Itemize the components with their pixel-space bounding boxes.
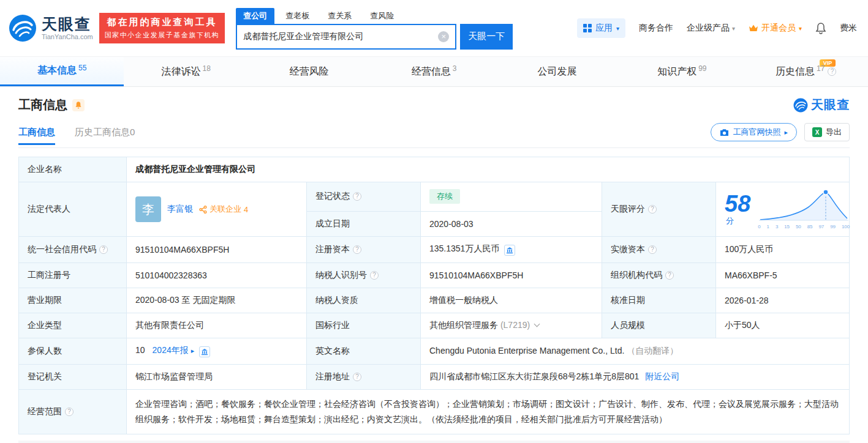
search-box: × xyxy=(236,24,456,50)
clear-search-icon[interactable]: × xyxy=(438,31,449,42)
help-icon[interactable]: ? xyxy=(99,245,108,254)
label-tianyan-score: 天眼评分? xyxy=(602,182,716,237)
help-icon[interactable]: ? xyxy=(828,67,836,76)
chevron-down-icon: ▾ xyxy=(616,25,619,32)
tab-count: 55 xyxy=(78,64,86,72)
legal-rep-avatar[interactable]: 李 xyxy=(135,196,161,222)
help-icon[interactable]: ? xyxy=(665,271,674,280)
help-icon[interactable]: ? xyxy=(648,245,657,254)
label-reg-number: 工商注册号 xyxy=(19,263,127,288)
help-icon[interactable]: ? xyxy=(353,245,361,254)
slogan-line2: 国家中小企业发展子基金旗下机构 xyxy=(105,31,220,40)
legal-rep-name-link[interactable]: 李富银 xyxy=(167,204,193,215)
chevron-down-icon: ▾ xyxy=(732,25,735,32)
subtab-history-business-info[interactable]: 历史工商信息0 xyxy=(75,127,135,138)
value-business-scope: 企业管理咨询；酒吧；餐饮服务；餐饮企业管理；社会经济咨询（不含投资咨询）；企业营… xyxy=(127,390,850,434)
label-establish-date: 成立日期 xyxy=(307,211,421,236)
tab-label: 基本信息 xyxy=(37,64,77,77)
apps-label: 应用 xyxy=(595,23,613,34)
value-paid-capital: 100万人民币 xyxy=(716,237,850,263)
label-reg-authority: 登记机关 xyxy=(19,365,127,390)
business-cooperation-link[interactable]: 商务合作 xyxy=(639,23,673,34)
label-paid-capital: 实缴资本? xyxy=(602,237,716,263)
label-company-type: 企业类型 xyxy=(19,313,127,338)
export-label: 导出 xyxy=(826,127,842,138)
score-curve xyxy=(758,189,850,223)
value-insured-count: 102024年报 ▸ xyxy=(127,338,307,365)
value-approval-date: 2026-01-28 xyxy=(716,288,850,313)
help-icon[interactable]: ? xyxy=(648,205,657,214)
chevron-down-icon: ▾ xyxy=(799,25,802,32)
subtab-business-info[interactable]: 工商信息 xyxy=(18,127,55,138)
search-tab-relation[interactable]: 查关系 xyxy=(320,8,359,24)
search-tab-boss[interactable]: 查老板 xyxy=(278,8,317,24)
label-reg-status: 登记状态? xyxy=(307,182,421,212)
user-menu[interactable]: 费米 xyxy=(840,23,857,34)
notifications-button[interactable] xyxy=(815,22,826,34)
brand-name: 天眼查 xyxy=(42,16,93,33)
row-business-term: 营业期限 2020-08-03 至 无固定期限 纳税人资质 增值税一般纳税人 核… xyxy=(19,288,850,313)
tab-operating-risk[interactable]: 经营风险 xyxy=(248,57,372,86)
tab-legal-proceedings[interactable]: 法律诉讼18 xyxy=(124,57,247,86)
value-reg-number: 510104002328363 xyxy=(127,263,307,288)
score-distribution-chart: 0131550859799100 xyxy=(758,189,850,229)
business-info-table: 企业名称 成都普托尼亚企业管理有限公司 法定代表人 李 李富银 xyxy=(18,157,850,434)
top-menu: 应用 ▾ 商务合作 企业级产品 ▾ 开通会员 ▾ 费米 xyxy=(577,18,857,38)
search-button[interactable]: 天眼一下 xyxy=(460,24,513,50)
tab-company-development[interactable]: 公司发展 xyxy=(496,57,620,86)
excel-icon: X xyxy=(812,127,822,137)
help-icon[interactable]: ? xyxy=(370,271,379,280)
tab-intellectual-property[interactable]: 知识产权99 xyxy=(620,57,744,86)
search-input[interactable] xyxy=(237,32,438,42)
bank-icon[interactable] xyxy=(199,346,210,357)
value-business-term: 2020-08-03 至 无固定期限 xyxy=(127,288,307,313)
tab-history-info[interactable]: VIP 历史信息17 ? xyxy=(744,57,868,86)
label-industry: 国标行业 xyxy=(307,313,421,338)
tab-label: 法律诉讼 xyxy=(161,65,200,78)
tab-operating-info[interactable]: 经营信息3 xyxy=(372,57,496,86)
help-icon[interactable]: ? xyxy=(353,373,361,381)
section-head: 工商信息 天眼查 xyxy=(18,97,850,113)
help-icon[interactable]: ? xyxy=(353,192,361,201)
label-insured-count: 参保人数 xyxy=(19,338,127,365)
help-icon[interactable]: ? xyxy=(65,408,74,416)
enterprise-products-link[interactable]: 企业级产品 ▾ xyxy=(687,23,735,34)
value-english-name: Chengdu Putonia Enterprise Management Co… xyxy=(421,338,850,365)
export-button[interactable]: X 导出 xyxy=(804,123,850,141)
label-reg-capital: 注册资本? xyxy=(307,237,421,263)
annual-report-link[interactable]: 2024年报 ▸ xyxy=(153,345,195,355)
tianyancha-logo[interactable]: 天眼查 TianYanCha.com xyxy=(9,14,93,42)
industry-code: (L7219) xyxy=(500,320,530,330)
related-companies-link[interactable]: 关联企业 4 xyxy=(199,204,248,215)
tab-label: 经营信息 xyxy=(412,65,451,78)
tab-basic-info[interactable]: 基本信息55 xyxy=(0,57,124,86)
label-legal-rep: 法定代表人 xyxy=(19,182,127,237)
bell-icon xyxy=(75,101,82,109)
nearby-companies-link[interactable]: 附近公司 xyxy=(645,371,679,381)
tianyancha-watermark: 天眼查 xyxy=(793,97,850,113)
vip-upgrade-link[interactable]: 开通会员 ▾ xyxy=(749,23,802,34)
grid-icon xyxy=(583,24,592,32)
bank-icon[interactable] xyxy=(504,245,515,256)
chevron-down-icon[interactable] xyxy=(534,321,540,327)
logo-wave-icon xyxy=(9,14,37,42)
arrow-right-icon: ▸ xyxy=(191,347,195,354)
row-company-name: 企业名称 成都普托尼亚企业管理有限公司 xyxy=(19,157,850,182)
label-taxpayer-id: 纳税人识别号? xyxy=(307,263,421,288)
value-staff-size: 小于50人 xyxy=(716,313,850,338)
tianyan-score: 58分 0131550859799100 xyxy=(725,189,840,229)
tab-count: 18 xyxy=(202,64,210,73)
apps-menu[interactable]: 应用 ▾ xyxy=(577,18,625,38)
search-tab-company[interactable]: 查公司 xyxy=(236,8,274,24)
enterprise-label: 企业级产品 xyxy=(687,23,730,34)
tab-count: 99 xyxy=(698,64,706,73)
crown-icon xyxy=(749,24,758,32)
official-snapshot-button[interactable]: 工商官网快照 ▸ xyxy=(711,123,797,141)
logo-wave-icon xyxy=(793,98,808,113)
subscribe-button[interactable] xyxy=(72,99,85,111)
row-credit-code: 统一社会信用代码? 91510104MA66XBPF5H 注册资本? 135.1… xyxy=(19,237,850,263)
label-business-scope: 经营范围? xyxy=(19,390,127,434)
label-approval-date: 核准日期 xyxy=(602,288,716,313)
search-tab-risk[interactable]: 查风险 xyxy=(363,8,401,24)
row-legal-rep: 法定代表人 李 李富银 关联企业 4 xyxy=(19,182,850,212)
